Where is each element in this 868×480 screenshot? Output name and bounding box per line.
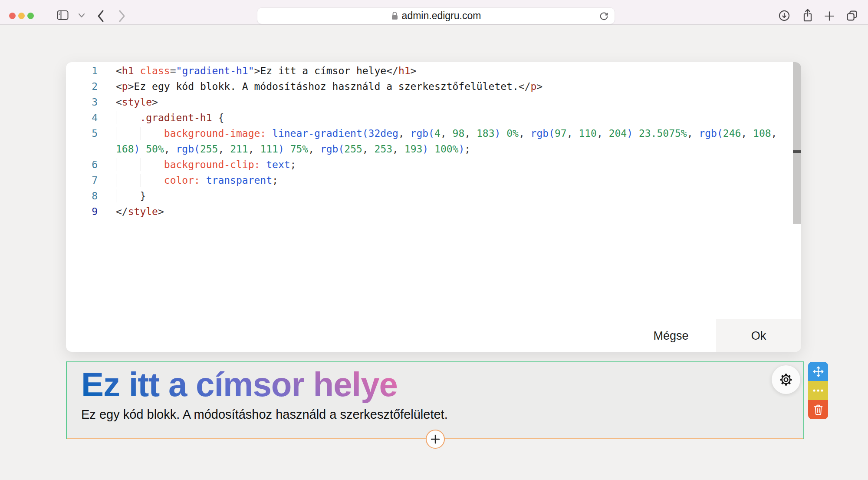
reload-icon[interactable] — [598, 11, 609, 22]
scrollbar-position-marker — [793, 150, 801, 153]
back-button-icon[interactable] — [97, 10, 105, 23]
code-line[interactable]: 6 background-clip: text; — [66, 157, 801, 172]
indent-guide — [141, 158, 141, 171]
trash-icon — [813, 404, 824, 416]
indent-guide — [141, 174, 141, 187]
add-block-button[interactable] — [426, 430, 445, 449]
move-icon — [812, 366, 824, 377]
sidebar-toggle-icon[interactable] — [57, 10, 69, 20]
block-settings-button[interactable] — [772, 365, 800, 394]
dialog-footer: Mégse Ok — [66, 319, 801, 352]
move-block-button[interactable] — [808, 362, 828, 381]
indent-guide — [116, 189, 116, 202]
code-line[interactable]: 2<p>Ez egy kód blokk. A módosításhoz has… — [66, 79, 801, 94]
plus-icon — [430, 434, 441, 444]
preview-paragraph: Ez egy kód blokk. A módosításhoz használ… — [81, 407, 448, 422]
editor-scrollbar[interactable] — [793, 62, 801, 224]
line-number: 3 — [66, 94, 98, 110]
browser-toolbar: admin.edigru.com — [0, 0, 868, 25]
code-line[interactable]: 8 } — [66, 188, 801, 204]
line-number: 9 — [66, 204, 98, 219]
line-number: 7 — [66, 172, 98, 188]
new-tab-icon[interactable] — [824, 10, 835, 22]
line-number: 5 — [66, 126, 98, 141]
line-number: 2 — [66, 79, 98, 94]
code-line[interactable]: 3<style> — [66, 94, 801, 110]
line-number — [66, 141, 98, 157]
code-line[interactable]: 168) 50%, rgb(255, 211, 111) 75%, rgb(25… — [66, 141, 801, 157]
share-icon[interactable] — [802, 8, 814, 22]
downloads-icon[interactable] — [778, 10, 790, 22]
code-editor-dialog: 1<h1 class="gradient-h1">Ez itt a címsor… — [66, 62, 801, 352]
code-line[interactable]: 1<h1 class="gradient-h1">Ez itt a címsor… — [66, 63, 801, 79]
ellipsis-icon — [812, 389, 824, 392]
block-action-toolbar — [808, 362, 828, 419]
code-line[interactable]: 9</style> — [66, 204, 801, 219]
preview-gradient-heading: Ez itt a címsor helye — [81, 365, 793, 404]
url-text: admin.edigru.com — [402, 10, 481, 22]
code-line[interactable]: 4 .gradient-h1 { — [66, 110, 801, 126]
indent-guide — [116, 174, 116, 187]
address-bar[interactable]: admin.edigru.com — [257, 7, 615, 24]
indent-guide — [141, 127, 141, 140]
code-line[interactable]: 5 background-image: linear-gradient(32de… — [66, 126, 801, 141]
line-number: 4 — [66, 110, 98, 126]
more-options-button[interactable] — [808, 381, 828, 400]
delete-block-button[interactable] — [808, 400, 828, 419]
code-block-preview[interactable]: Ez itt a címsor helye Ez egy kód blokk. … — [66, 361, 804, 439]
close-window-button[interactable] — [9, 13, 16, 19]
tab-overview-icon[interactable] — [845, 9, 858, 22]
indent-guide — [116, 111, 116, 124]
zoom-window-button[interactable] — [27, 13, 34, 19]
forward-button-icon[interactable] — [118, 10, 126, 23]
lock-icon — [391, 11, 398, 21]
sidebar-chevron-down-icon[interactable] — [78, 13, 85, 18]
line-number: 1 — [66, 63, 98, 79]
code-editor[interactable]: 1<h1 class="gradient-h1">Ez itt a címsor… — [66, 62, 801, 319]
gear-icon — [779, 372, 793, 387]
cancel-button[interactable]: Mégse — [626, 319, 716, 352]
line-number: 8 — [66, 188, 98, 204]
indent-guide — [116, 127, 116, 140]
line-number: 6 — [66, 157, 98, 172]
ok-button[interactable]: Ok — [716, 319, 801, 352]
minimize-window-button[interactable] — [18, 13, 25, 19]
indent-guide — [116, 158, 116, 171]
code-line[interactable]: 7 color: transparent; — [66, 172, 801, 188]
